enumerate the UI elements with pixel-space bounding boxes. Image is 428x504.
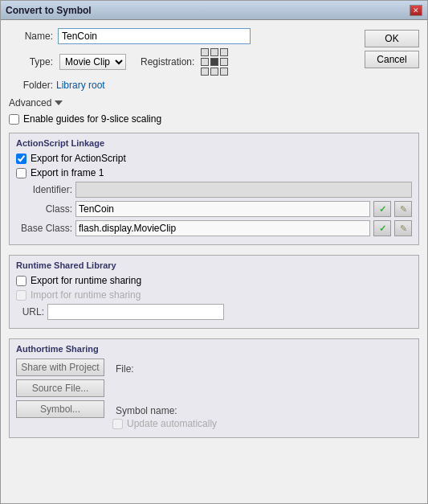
export-runtime-checkbox[interactable] [16,276,26,286]
url-row: URL: [16,304,412,320]
advanced-label: Advanced [9,97,51,109]
authortime-buttons: Share with Project Source File... Symbol… [16,359,104,418]
authortime-labels: File: Symbol name: Update automatically [112,359,217,432]
symbol-name-block: Symbol name: Update automatically [112,405,217,432]
url-input[interactable] [47,304,224,320]
advanced-expand-icon [55,100,63,105]
import-runtime-row: Import for runtime sharing [16,289,412,301]
reg-dot-br[interactable] [220,68,228,76]
identifier-label: Identifier: [16,184,72,195]
folder-link[interactable]: Library root [56,80,105,91]
name-label: Name: [9,31,53,42]
class-check-button[interactable]: ✓ [373,201,391,217]
export-frame1-row: Export in frame 1 [16,167,412,178]
identifier-row: Identifier: [16,182,412,198]
base-class-input[interactable] [75,220,370,236]
update-auto-row: Update automatically [112,418,217,429]
class-row: Class: ✓ ✎ [16,201,412,217]
update-auto-label: Update automatically [127,418,217,429]
export-runtime-label[interactable]: Export for runtime sharing [31,275,141,286]
type-label: Type: [9,56,53,68]
reg-dot-mr[interactable] [220,58,228,66]
base-class-label: Base Class: [16,223,72,234]
convert-to-symbol-window: Convert to Symbol ✕ Name: Type: Movie Cl… [0,0,428,504]
url-label: URL: [16,306,44,318]
base-class-pencil-button[interactable]: ✎ [394,220,412,236]
import-runtime-label: Import for runtime sharing [31,289,141,301]
reg-dot-tm[interactable] [210,48,218,56]
source-file-button[interactable]: Source File... [16,379,104,397]
main-content: Name: Type: Movie Clip Button Graphic Re… [1,20,427,503]
ok-cancel-section: OK Cancel [365,30,419,68]
top-left-fields: Name: Type: Movie Clip Button Graphic Re… [9,28,251,91]
share-with-project-button[interactable]: Share with Project [16,359,104,376]
close-button[interactable]: ✕ [410,5,422,16]
advanced-toggle[interactable]: Advanced [9,97,419,109]
export-frame1-checkbox[interactable] [16,168,26,178]
base-class-pencil-icon: ✎ [400,223,407,234]
base-class-check-icon: ✓ [379,223,386,234]
reg-dot-tr[interactable] [220,48,228,56]
identifier-input[interactable] [75,182,412,198]
export-as-checkbox[interactable] [16,154,26,164]
base-class-row: Base Class: ✓ ✎ [16,220,412,236]
base-class-check-button[interactable]: ✓ [373,220,391,236]
enable-9slice-label[interactable]: Enable guides for 9-slice scaling [23,113,161,125]
import-runtime-checkbox[interactable] [16,290,26,301]
class-pencil-button[interactable]: ✎ [394,201,412,217]
update-auto-checkbox[interactable] [112,419,123,429]
reg-dot-tl[interactable] [201,48,209,56]
folder-label: Folder: [9,80,53,91]
reg-dot-mm[interactable] [210,58,218,66]
class-check-icon: ✓ [379,204,386,215]
reg-dot-bl[interactable] [201,68,209,76]
actionscript-title: ActionScript Linkage [16,138,412,148]
enable-9slice-checkbox[interactable] [9,114,19,125]
export-as-label[interactable]: Export for ActionScript [31,153,126,164]
ok-button[interactable]: OK [365,30,419,47]
authortime-title: Authortime Sharing [16,344,412,354]
authortime-section: Authortime Sharing Share with Project So… [9,338,419,438]
rsl-section: Runtime Shared Library Export for runtim… [9,255,419,329]
window-title: Convert to Symbol [6,5,92,16]
name-input[interactable] [58,28,251,44]
export-as-row: Export for ActionScript [16,153,412,164]
spacer-row [112,383,217,400]
export-frame1-label[interactable]: Export in frame 1 [31,167,104,178]
reg-dot-bm[interactable] [210,68,218,76]
name-row: Name: [9,28,251,44]
top-section: Name: Type: Movie Clip Button Graphic Re… [9,28,419,91]
enable-9slice-row: Enable guides for 9-slice scaling [9,113,419,125]
class-pencil-icon: ✎ [400,204,407,215]
export-runtime-row: Export for runtime sharing [16,275,412,286]
type-row: Type: Movie Clip Button Graphic Registra… [9,48,251,76]
type-select[interactable]: Movie Clip Button Graphic [59,54,126,70]
rsl-title: Runtime Shared Library [16,260,412,270]
actionscript-section: ActionScript Linkage Export for ActionSc… [9,133,419,245]
folder-row: Folder: Library root [9,80,251,91]
cancel-button[interactable]: Cancel [365,51,419,68]
close-icon: ✕ [413,6,419,14]
file-row: File: [112,360,217,378]
authortime-content: Share with Project Source File... Symbol… [16,359,412,432]
class-input[interactable] [75,201,370,217]
symbol-button[interactable]: Symbol... [16,400,104,418]
class-label: Class: [16,203,72,215]
registration-grid[interactable] [201,48,228,76]
file-label: File: [116,363,134,375]
registration-label: Registration: [141,56,194,68]
title-bar: Convert to Symbol ✕ [1,1,427,20]
reg-dot-ml[interactable] [201,58,209,66]
window-controls: ✕ [410,5,422,16]
symbol-name-label: Symbol name: [116,405,217,416]
